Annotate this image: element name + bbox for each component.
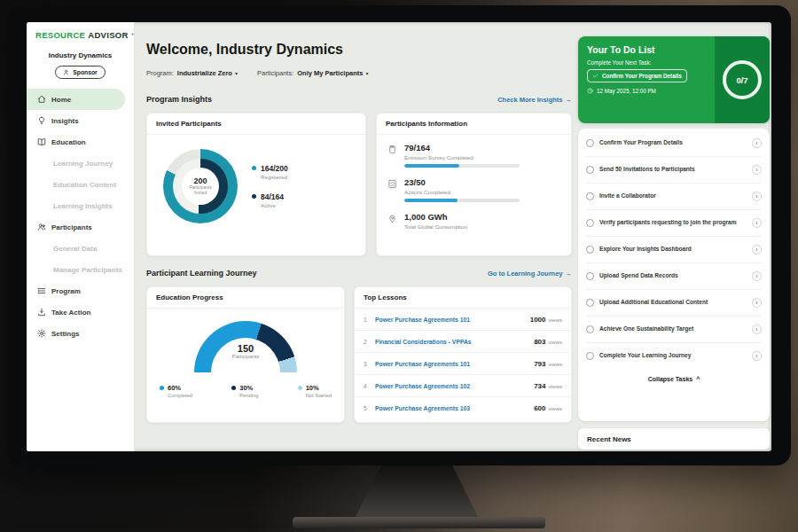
task-row[interactable]: Send 50 Invitations to Participants › <box>586 157 762 184</box>
task-row[interactable]: Upload Additional Educational Content › <box>586 290 762 317</box>
lesson-title-link[interactable]: Power Purchase Agreements 101 <box>375 317 525 323</box>
pending-dot <box>231 386 236 390</box>
views-label: views <box>549 383 562 389</box>
gear-icon <box>37 329 46 338</box>
task-row[interactable]: Explore Your Insights Dashboard › <box>586 237 762 263</box>
task-checkbox[interactable] <box>586 166 594 174</box>
task-label: Confirm Your Program Details <box>599 139 747 147</box>
recent-news-header[interactable]: Recent News <box>578 428 770 450</box>
todo-summary-card: Your To Do List Complete Your Next Task:… <box>578 36 770 123</box>
chevron-right-icon[interactable]: › <box>752 218 762 228</box>
chevron-right-icon[interactable]: › <box>752 351 762 361</box>
logo-part-2: ADVISOR <box>88 30 128 40</box>
pin-icon <box>387 214 397 223</box>
sidebar-item-manage-participants[interactable]: Manage Participants <box>27 259 134 280</box>
sidebar-item-participants[interactable]: Participants <box>27 216 134 238</box>
gauge-label: Participants <box>194 354 297 359</box>
registered-dot <box>252 166 256 170</box>
sidebar-item-general-data[interactable]: General Data <box>27 238 134 259</box>
link-label: Check More Insights <box>497 96 562 104</box>
lesson-rank: 4 <box>364 383 370 389</box>
todo-next-task[interactable]: Confirm Your Program Details <box>587 69 687 82</box>
logo-part-1: RESOURCE <box>35 30 85 40</box>
chevron-right-icon[interactable]: › <box>752 271 762 281</box>
chevron-down-icon: ▾ <box>365 70 368 76</box>
segment-label: Completed <box>168 393 192 398</box>
task-checkbox[interactable] <box>586 272 594 280</box>
task-row[interactable]: Confirm Your Program Details › <box>586 130 762 157</box>
check-more-insights-link[interactable]: Check More Insights → <box>497 96 572 104</box>
chevron-right-icon[interactable]: › <box>752 245 762 254</box>
gauge-center: 150 Participants <box>194 343 297 359</box>
sidebar-item-program[interactable]: Program <box>27 280 134 301</box>
participants-information-card: Participants Information 79/164 Emission… <box>376 113 572 256</box>
sidebar-item-home[interactable]: Home <box>27 89 125 110</box>
task-row[interactable]: Complete Your Learning Journey › <box>586 343 762 369</box>
lesson-title-link[interactable]: Financial Considerations - VPPAs <box>375 339 528 345</box>
todo-due-label: 12 May 2025, 12:00 PM <box>597 88 656 94</box>
progress-track <box>404 199 520 202</box>
home-icon <box>37 95 46 104</box>
download-icon <box>37 308 46 317</box>
monitor-stand-base <box>293 517 545 528</box>
task-row[interactable]: Invite a Collaborator › <box>586 184 762 210</box>
sidebar-item-label: General Data <box>53 245 97 253</box>
checklist-icon <box>387 179 397 189</box>
chevron-right-icon[interactable]: › <box>752 165 762 175</box>
todo-summary-left: Your To Do List Complete Your Next Task:… <box>578 36 715 123</box>
segment-label: Pending <box>239 393 258 398</box>
task-checkbox[interactable] <box>586 219 594 227</box>
task-checkbox[interactable] <box>586 139 594 147</box>
registered-value: 164/200 <box>261 164 288 173</box>
progress-track <box>404 164 520 168</box>
sidebar-item-label: Learning Insights <box>53 202 113 210</box>
sidebar: RESOURCE ADVISOR + Industry Dynamics Spo… <box>27 22 135 451</box>
collapse-tasks-link[interactable]: Collapse Tasks ^ <box>586 369 762 386</box>
sidebar-item-take-action[interactable]: Take Action <box>27 301 134 323</box>
chevron-right-icon[interactable]: › <box>752 325 762 334</box>
filter-bar: Program: Industrialize Zero ▾ Participan… <box>146 69 368 77</box>
lesson-rank: 1 <box>364 317 370 323</box>
list-icon <box>37 286 46 295</box>
task-checkbox[interactable] <box>586 325 594 333</box>
views-label: views <box>549 317 562 323</box>
participants-filter[interactable]: Participants: Only My Participants ▾ <box>257 69 368 77</box>
chevron-right-icon[interactable]: › <box>752 138 762 148</box>
go-to-learning-journey-link[interactable]: Go to Learning Journey → <box>488 270 572 278</box>
lesson-title-link[interactable]: Power Purchase Agreements 103 <box>375 405 528 411</box>
chevron-down-icon: ▾ <box>235 70 238 76</box>
card-title: Top Lessons <box>355 287 571 309</box>
sidebar-item-insights[interactable]: Insights <box>27 110 134 131</box>
task-row[interactable]: Verify participants requesting to join t… <box>586 210 762 237</box>
chevron-right-icon[interactable]: › <box>752 298 762 308</box>
app-logo: RESOURCE ADVISOR + <box>27 30 134 40</box>
sidebar-item-education-content[interactable]: Education Content <box>27 174 134 195</box>
task-label: Upload Spend Data Records <box>599 272 747 280</box>
gauge-value: 150 <box>194 343 297 354</box>
not-started-dot <box>298 386 302 390</box>
sidebar-item-education[interactable]: Education <box>27 131 134 153</box>
dashboard-screen: RESOURCE ADVISOR + Industry Dynamics Spo… <box>27 22 771 451</box>
registered-label: Registered <box>261 174 288 180</box>
sidebar-item-settings[interactable]: Settings <box>27 323 134 344</box>
task-row[interactable]: Achieve One Sustainability Target › <box>586 317 762 343</box>
lesson-row: 2 Financial Considerations - VPPAs 803vi… <box>355 331 571 353</box>
program-filter[interactable]: Program: Industrialize Zero ▾ <box>146 69 238 77</box>
sidebar-item-learning-journey[interactable]: Learning Journey <box>27 153 134 174</box>
task-checkbox[interactable] <box>586 246 594 254</box>
sidebar-item-learning-insights[interactable]: Learning Insights <box>27 195 134 216</box>
info-label: Emission Survey Completed <box>404 154 520 160</box>
task-row[interactable]: Upload Spend Data Records › <box>586 263 762 290</box>
chevron-right-icon[interactable]: › <box>752 192 762 201</box>
program-filter-value: Industrialize Zero <box>177 69 232 77</box>
sidebar-item-label: Manage Participants <box>53 266 122 274</box>
lesson-row: 4 Power Purchase Agreements 102 734views <box>355 375 571 397</box>
task-checkbox[interactable] <box>586 299 594 307</box>
check-icon <box>592 73 598 79</box>
section-title: Program Insights <box>146 95 212 104</box>
lesson-title-link[interactable]: Power Purchase Agreements 101 <box>375 361 528 367</box>
task-checkbox[interactable] <box>586 192 594 200</box>
lesson-title-link[interactable]: Power Purchase Agreements 102 <box>375 383 528 389</box>
task-checkbox[interactable] <box>586 352 594 360</box>
clipboard-icon <box>387 145 397 154</box>
